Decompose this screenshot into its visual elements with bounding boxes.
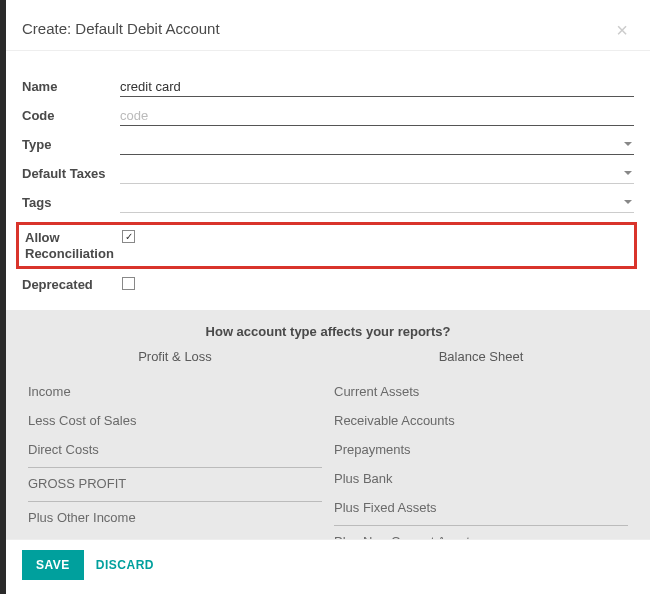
save-button[interactable]: SAVE [22, 550, 84, 580]
modal-title: Create: Default Debit Account [22, 20, 220, 37]
list-item: Plus Fixed Assets [334, 494, 628, 523]
close-icon[interactable]: × [616, 20, 628, 40]
list-item: Prepayments [334, 436, 628, 465]
list-item: Less Cost of Sales [28, 407, 322, 436]
chevron-down-icon [624, 142, 632, 146]
row-default-taxes: Default Taxes [22, 164, 634, 187]
list-item: Less Expenses [28, 533, 322, 540]
info-columns: Profit & Loss Income Less Cost of Sales … [22, 349, 634, 540]
list-item: Direct Costs [28, 436, 322, 465]
modal-footer: SAVE DISCARD [6, 539, 650, 594]
list-item: Current Assets [334, 378, 628, 407]
label-name: Name [22, 77, 120, 95]
list-item: Plus Non-Current Assets [334, 528, 628, 540]
col-balance-sheet: Balance Sheet Current Assets Receivable … [328, 349, 634, 540]
list-item: Plus Bank [334, 465, 628, 494]
list-item: Plus Other Income [28, 504, 322, 533]
tags-dropdown[interactable] [120, 193, 634, 213]
divider [28, 501, 322, 502]
chevron-down-icon [624, 171, 632, 175]
allow-reconciliation-checkbox[interactable]: ✓ [122, 230, 135, 243]
name-input[interactable] [120, 77, 634, 97]
modal-body-scroll[interactable]: Name Code Type Defau [6, 51, 650, 539]
label-allow-reconciliation: Allow Reconciliation [25, 228, 120, 263]
modal-header: Create: Default Debit Account × [6, 0, 650, 51]
col-profit-loss: Profit & Loss Income Less Cost of Sales … [22, 349, 328, 540]
row-tags: Tags [22, 193, 634, 216]
row-code: Code [22, 106, 634, 129]
row-name: Name [22, 77, 634, 100]
discard-button[interactable]: DISCARD [96, 558, 154, 572]
col-header-pl: Profit & Loss [28, 349, 322, 364]
label-tags: Tags [22, 193, 120, 211]
default-taxes-dropdown[interactable] [120, 164, 634, 184]
chevron-down-icon [624, 200, 632, 204]
code-input[interactable] [120, 106, 634, 126]
info-panel: How account type affects your reports? P… [6, 310, 650, 540]
label-default-taxes: Default Taxes [22, 164, 120, 182]
list-item: Income [28, 378, 322, 407]
modal-body: Name Code Type Defau [6, 51, 650, 310]
deprecated-checkbox[interactable] [122, 277, 135, 290]
list-item: Receivable Accounts [334, 407, 628, 436]
col-header-bs: Balance Sheet [334, 349, 628, 364]
type-dropdown[interactable] [120, 135, 634, 155]
label-code: Code [22, 106, 120, 124]
row-type: Type [22, 135, 634, 158]
label-deprecated: Deprecated [22, 275, 120, 293]
list-item: GROSS PROFIT [28, 470, 322, 499]
row-deprecated: Deprecated [22, 275, 634, 298]
info-title: How account type affects your reports? [22, 324, 634, 339]
divider [28, 467, 322, 468]
create-account-modal: Create: Default Debit Account × Name Cod… [6, 0, 650, 594]
label-type: Type [22, 135, 120, 153]
row-allow-reconciliation-highlight: Allow Reconciliation ✓ [16, 222, 637, 269]
divider [334, 525, 628, 526]
